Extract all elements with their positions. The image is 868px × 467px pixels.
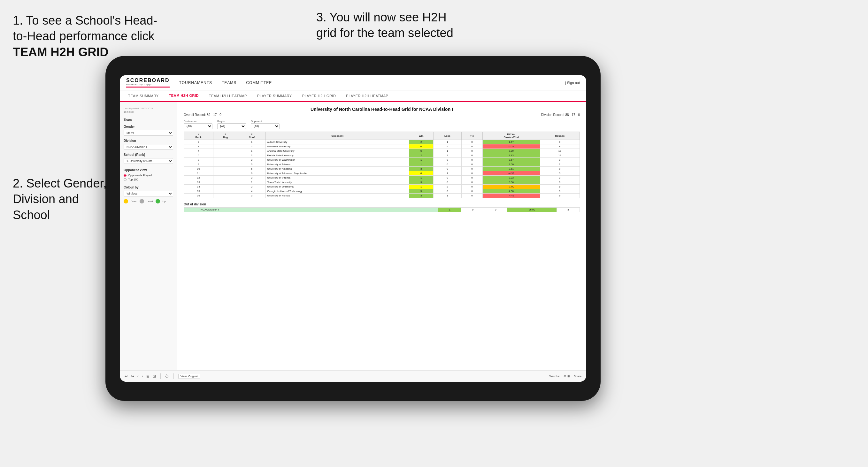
out-div-rounds: 3 [557, 208, 580, 212]
back-icon[interactable]: ‹ [137, 374, 138, 378]
cell-tie: 0 [462, 189, 483, 193]
cell-diff: 3.67 [483, 158, 540, 162]
cell-reg [213, 158, 238, 162]
logo-bar [126, 87, 169, 88]
cell-rounds: 9 [540, 180, 580, 185]
cell-diff: 9.00 [483, 162, 540, 167]
radio-opponents-played[interactable]: Opponents Played [124, 174, 173, 177]
table-row: 6 2 Florida State University 2 2 0 1.83 … [184, 153, 580, 158]
table-row: 13 1 Texas Tech University 3 0 0 5.56 9 [184, 180, 580, 185]
cell-conf: 1 [238, 149, 266, 153]
region-filter-select[interactable]: (All) [217, 123, 246, 129]
redo-icon[interactable]: ↪ [131, 374, 134, 378]
cell-loss: 0 [433, 176, 462, 180]
cell-rank: 16 [184, 193, 213, 198]
division-select[interactable]: NCAA Division I [124, 144, 173, 150]
cell-rounds: 3 [540, 176, 580, 180]
cell-rounds: 3 [540, 171, 580, 176]
toolbar-sep2 [174, 373, 174, 379]
cell-rank: 13 [184, 180, 213, 185]
cell-reg [213, 189, 238, 193]
cell-rank: 6 [184, 153, 213, 158]
nav-committee[interactable]: COMMITTEE [246, 79, 272, 86]
toolbar-sep [160, 373, 161, 379]
watch-button[interactable]: Watch ▾ [550, 375, 560, 378]
cell-win: 3 [409, 180, 433, 185]
logo-sub: Powered by clippi [126, 83, 169, 86]
cell-rounds: 17 [540, 149, 580, 153]
tab-team-summary[interactable]: TEAM SUMMARY [126, 93, 161, 99]
toolbar-right: Watch ▾ 👁 ⊞ Share [550, 375, 582, 378]
cell-conf: 3 [238, 162, 266, 167]
radio-dot-2 [124, 178, 126, 181]
cell-win: 3 [409, 167, 433, 171]
cell-rounds: 8 [540, 145, 580, 149]
out-div-tie: 0 [484, 208, 507, 212]
tab-team-h2h-grid[interactable]: TEAM H2H GRID [167, 92, 200, 99]
cell-diff: -4.33 [483, 171, 540, 176]
cell-tie: 0 [462, 153, 483, 158]
cell-opponent: University of Arizona [266, 162, 409, 167]
nav-tournaments[interactable]: TOURNAMENTS [179, 79, 212, 86]
tab-player-h2h-heatmap[interactable]: PLAYER H2H HEATMAP [344, 93, 390, 99]
opponent-filter-group: Opponent (All) [251, 120, 280, 129]
paste-icon[interactable]: ⊡ [153, 374, 156, 378]
legend-down-circle [124, 199, 128, 204]
cell-tie: 0 [462, 140, 483, 145]
sidebar: Last Updated: 27/03/2024 16:55:38 Team G… [120, 102, 177, 370]
conference-filter-select[interactable]: (All) [184, 123, 212, 129]
nav-teams[interactable]: TEAMS [222, 79, 237, 86]
cell-reg [213, 176, 238, 180]
cell-loss: 1 [433, 149, 462, 153]
cell-win: 5 [409, 149, 433, 153]
sidebar-team-label: Team [124, 118, 173, 122]
colour-select[interactable]: Win/loss [124, 191, 173, 196]
conference-filter-label: Conference [184, 120, 212, 123]
cell-diff: 1.67 [483, 140, 540, 145]
cell-rank: 2 [184, 140, 213, 145]
copy-icon[interactable]: ⊞ [146, 374, 150, 378]
cell-loss: 0 [433, 162, 462, 167]
cell-rounds: 9 [540, 140, 580, 145]
ann1-line2: to-Head performance click [13, 29, 155, 43]
tab-team-h2h-heatmap[interactable]: TEAM H2H HEATMAP [207, 93, 249, 99]
share-button[interactable]: Share [574, 375, 582, 378]
cell-conf: 2 [238, 158, 266, 162]
cell-rounds: 3 [540, 158, 580, 162]
opponent-filter-select[interactable]: (All) [251, 123, 280, 129]
cell-reg [213, 171, 238, 176]
cell-rank: 14 [184, 185, 213, 189]
gender-select[interactable]: Men's [124, 130, 173, 136]
cell-win: 0 [409, 171, 433, 176]
sidebar-gender-label: Gender [124, 125, 173, 128]
main-content: Last Updated: 27/03/2024 16:55:38 Team G… [120, 102, 586, 370]
view-original-button[interactable]: View: Original [178, 374, 200, 379]
nav-sign-out[interactable]: | Sign out [565, 81, 580, 85]
cell-rank: 12 [184, 176, 213, 180]
cell-opponent: Texas Tech University [266, 180, 409, 185]
cell-diff: 2.33 [483, 176, 540, 180]
h2h-table: #Rank #Reg #Conf Opponent Win Loss Tie D… [184, 132, 580, 198]
cell-loss: 1 [433, 193, 462, 198]
table-row: 14 2 University of Oklahoma 1 2 0 -1.00 … [184, 185, 580, 189]
table-row: 12 3 University of Virginia 1 0 0 2.33 3 [184, 176, 580, 180]
tab-player-summary[interactable]: PLAYER SUMMARY [255, 93, 294, 99]
col-win: Win [409, 132, 433, 140]
cell-reg [213, 145, 238, 149]
school-select[interactable]: 1. University of Nort... [124, 158, 173, 164]
col-loss: Loss [433, 132, 462, 140]
radio-top100[interactable]: Top 100 [124, 178, 173, 181]
cell-win: 1 [409, 158, 433, 162]
cell-tie: 0 [462, 176, 483, 180]
out-of-division-header: Out of division [184, 203, 580, 206]
table-row: 15 4 Georgia Institute of Technology 5 0… [184, 189, 580, 193]
cell-win: 2 [409, 153, 433, 158]
cell-opponent: University of Florida [266, 193, 409, 198]
undo-icon[interactable]: ↩ [125, 374, 128, 378]
forward-icon[interactable]: › [142, 374, 143, 378]
cell-conf: 3 [238, 193, 266, 198]
tab-player-h2h-grid[interactable]: PLAYER H2H GRID [300, 93, 338, 99]
cell-rank: 3 [184, 145, 213, 149]
clock-icon[interactable]: ⏱ [165, 374, 169, 378]
cell-tie: 0 [462, 167, 483, 171]
